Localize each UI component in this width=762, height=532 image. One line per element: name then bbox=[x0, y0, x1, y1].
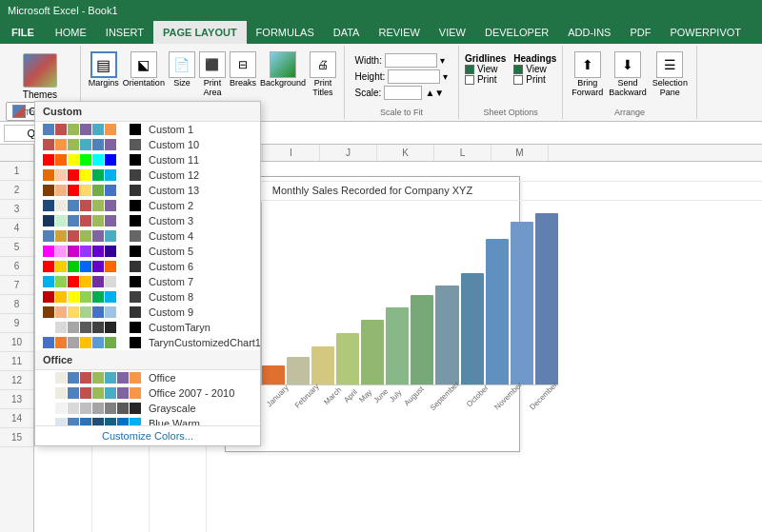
tab-formulas[interactable]: FORMULAS bbox=[247, 21, 324, 44]
tab-addins[interactable]: ADD-INS bbox=[558, 21, 620, 44]
dropdown-item[interactable]: Custom 1 bbox=[35, 122, 260, 137]
corner-cell bbox=[0, 145, 33, 162]
headings-col: Headings View Print bbox=[513, 53, 556, 85]
item-label: Custom 7 bbox=[149, 276, 193, 287]
gridlines-view-cb[interactable] bbox=[465, 65, 474, 74]
dropdown-item[interactable]: Blue Warm bbox=[35, 416, 260, 425]
sheet-options-label: Sheet Options bbox=[484, 108, 538, 117]
dropdown-item[interactable]: Custom 8 bbox=[35, 289, 260, 305]
row-4: 4 bbox=[0, 219, 33, 238]
ribbon-group-scale: Width: Automatic ▾ Height: Automatic ▾ S… bbox=[345, 46, 459, 119]
headings-view-label: View bbox=[526, 64, 547, 74]
dropdown-item[interactable]: CustomTaryn bbox=[35, 320, 260, 335]
color-swatch bbox=[130, 230, 141, 242]
dropdown-item[interactable]: Custom 7 bbox=[35, 274, 260, 289]
width-dropdown-icon[interactable]: ▾ bbox=[440, 55, 445, 66]
item-label: Custom 11 bbox=[149, 154, 199, 166]
headings-print-cb[interactable] bbox=[513, 75, 523, 85]
color-swatch bbox=[55, 215, 67, 227]
dropdown-item[interactable]: Custom 6 bbox=[35, 259, 260, 274]
swatch-group bbox=[43, 337, 141, 348]
item-label: Office bbox=[149, 372, 176, 384]
print-titles-btn[interactable]: 🖨 PrintTitles bbox=[310, 51, 336, 97]
gridlines-view-label: View bbox=[477, 64, 498, 74]
dropdown-item[interactable]: Custom 10 bbox=[35, 137, 260, 152]
width-input[interactable]: Automatic bbox=[385, 53, 437, 68]
chart-bar bbox=[386, 307, 409, 384]
gridlines-print-cb[interactable] bbox=[465, 75, 474, 85]
dropdown-item[interactable]: Custom 5 bbox=[35, 244, 260, 259]
dropdown-item[interactable]: Office 2007 - 2010 bbox=[35, 385, 260, 401]
tab-view[interactable]: VIEW bbox=[430, 21, 475, 44]
margins-btn[interactable]: ▤ Margins bbox=[89, 51, 119, 88]
background-btn[interactable]: Background bbox=[260, 51, 306, 88]
color-swatch bbox=[117, 276, 129, 287]
color-swatch bbox=[43, 372, 54, 384]
tab-review[interactable]: REVIEW bbox=[369, 21, 429, 44]
print-area-btn[interactable]: ⬛ PrintArea bbox=[199, 51, 226, 97]
customize-colors-label: Customize Colors... bbox=[102, 430, 193, 442]
dropdown-item[interactable]: Office bbox=[35, 370, 260, 385]
tab-page-layout[interactable]: PAGE LAYOUT bbox=[153, 21, 247, 44]
color-swatch bbox=[43, 169, 54, 181]
dropdown-item[interactable]: Custom 3 bbox=[35, 213, 260, 228]
color-swatch bbox=[117, 169, 129, 181]
swatch-group bbox=[43, 124, 141, 135]
customize-colors-btn[interactable]: Customize Colors... bbox=[35, 425, 260, 445]
headings-view-cb[interactable] bbox=[513, 65, 523, 74]
orientation-btn[interactable]: ⬕ Orientation bbox=[123, 51, 165, 88]
chart-bar bbox=[311, 346, 334, 384]
height-input[interactable]: Automatic bbox=[388, 69, 440, 84]
width-label: Width: bbox=[355, 55, 382, 66]
tab-data[interactable]: DATA bbox=[324, 21, 370, 44]
dropdown-item[interactable]: Custom 9 bbox=[35, 305, 260, 320]
bring-forward-btn[interactable]: ⬆ BringForward bbox=[572, 51, 603, 97]
x-label: April bbox=[342, 387, 359, 404]
color-swatch bbox=[68, 215, 79, 227]
chart-bars-area: JanuaryFebruaryMarchAprilMayJuneJulyAugu… bbox=[261, 202, 558, 402]
x-label: July bbox=[388, 388, 403, 404]
dropdown-item[interactable]: Custom 11 bbox=[35, 152, 260, 167]
dropdown-scroll[interactable]: Custom Custom 1Custom 10Custom 11Custom … bbox=[35, 102, 260, 425]
dropdown-item[interactable]: Grayscale bbox=[35, 401, 260, 416]
color-swatch bbox=[105, 306, 116, 318]
breaks-btn[interactable]: ⊟ Breaks bbox=[230, 51, 256, 88]
row-10: 10 bbox=[0, 333, 33, 352]
send-backward-btn[interactable]: ⬇ SendBackward bbox=[609, 51, 647, 97]
row-5: 5 bbox=[0, 238, 33, 257]
scale-input[interactable]: 100% bbox=[384, 86, 422, 100]
size-btn[interactable]: 📄 Size bbox=[169, 51, 195, 88]
scale-stepper[interactable]: ▲▼ bbox=[425, 88, 444, 98]
dropdown-item[interactable]: Custom 2 bbox=[35, 198, 260, 213]
tab-developer[interactable]: DEVELOPER bbox=[475, 21, 558, 44]
tab-home[interactable]: HOME bbox=[46, 21, 96, 44]
tab-pdf[interactable]: PDF bbox=[620, 21, 660, 44]
dropdown-item[interactable]: Custom 13 bbox=[35, 183, 260, 198]
color-swatch bbox=[105, 154, 116, 166]
dropdown-item[interactable]: TarynCustomizedChart1 bbox=[35, 335, 260, 350]
themes-label: Themes bbox=[23, 89, 57, 100]
margins-label: Margins bbox=[89, 78, 119, 88]
height-dropdown-icon[interactable]: ▾ bbox=[443, 71, 448, 82]
dropdown-item[interactable]: Custom 12 bbox=[35, 167, 260, 183]
scale-group-label: Scale to Fit bbox=[380, 108, 423, 117]
color-swatch bbox=[105, 418, 116, 425]
selection-pane-btn[interactable]: ☰ SelectionPane bbox=[652, 51, 688, 97]
bars-container bbox=[261, 202, 558, 385]
chart-bar bbox=[361, 320, 384, 384]
color-swatch bbox=[68, 185, 79, 196]
tab-powerpivot[interactable]: POWERPIVOT bbox=[660, 21, 751, 44]
color-swatch bbox=[117, 215, 129, 227]
color-swatch bbox=[117, 124, 129, 135]
swatch-group bbox=[43, 139, 141, 150]
dropdown-item[interactable]: Custom 4 bbox=[35, 228, 260, 244]
arrange-label: Arrange bbox=[614, 108, 645, 117]
color-swatch bbox=[68, 403, 79, 414]
tab-insert[interactable]: INSERT bbox=[96, 21, 153, 44]
row-2: 2 bbox=[0, 181, 33, 200]
color-swatch bbox=[92, 169, 104, 181]
chart-container[interactable]: Monthly Sales Recorded for Company XYZ 1… bbox=[225, 176, 520, 452]
width-row: Width: Automatic ▾ bbox=[355, 53, 449, 68]
color-swatch bbox=[43, 230, 54, 242]
tab-file[interactable]: FILE bbox=[0, 21, 46, 44]
